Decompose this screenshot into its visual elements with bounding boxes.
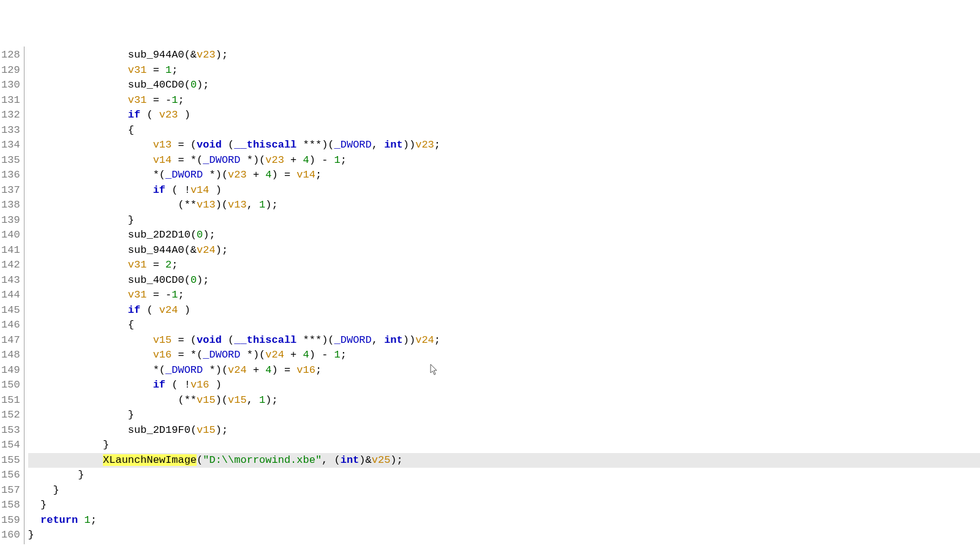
code-line[interactable]: {	[28, 318, 980, 333]
token-func: sub_944A0	[128, 244, 184, 256]
token-punc: *)(	[203, 169, 228, 181]
token-func: sub_40CD0	[128, 79, 184, 91]
line-number: 131	[1, 93, 20, 108]
line-number: 145	[1, 303, 20, 318]
line-number: 160	[1, 528, 20, 543]
token-num: 1	[259, 394, 265, 406]
line-number: 142	[1, 258, 20, 273]
code-line[interactable]: v16 = *(_DWORD *)(v24 + 4) - 1;	[28, 348, 980, 363]
code-line[interactable]: sub_944A0(&v23);	[28, 48, 980, 63]
code-line[interactable]: (**v15)(v15, 1);	[28, 393, 980, 408]
code-line[interactable]: }	[28, 408, 980, 423]
token-type: _DWORD	[203, 154, 240, 166]
code-line[interactable]: }	[28, 438, 980, 453]
token-punc: ,	[247, 394, 259, 406]
code-line[interactable]: }	[28, 213, 980, 228]
token-punc: }	[128, 409, 134, 421]
code-line[interactable]: v15 = (void (__thiscall ***)(_DWORD, int…	[28, 333, 980, 348]
token-op: ) =	[272, 169, 297, 181]
code-line[interactable]: v31 = 1;	[28, 63, 980, 78]
code-line[interactable]: {	[28, 123, 980, 138]
token-var: v31	[128, 64, 147, 76]
token-kw: if	[128, 109, 140, 121]
token-str: "D:\\morrowind.xbe"	[203, 454, 322, 466]
line-number: 147	[1, 333, 20, 348]
token-punc: )(	[216, 394, 228, 406]
token-type: _DWORD	[165, 169, 203, 181]
code-line[interactable]: return 1;	[28, 513, 980, 528]
code-editor[interactable]: 1281291301311321331341351361371381391401…	[0, 47, 980, 544]
token-num: 0	[190, 79, 197, 91]
token-var: v24	[265, 349, 284, 361]
code-line[interactable]: XLaunchNewImage("D:\\morrowind.xbe", (in…	[28, 453, 980, 468]
token-num: 1	[165, 64, 172, 76]
token-punc: }	[53, 484, 59, 496]
token-punc: ( !	[165, 184, 190, 196]
token-punc: )	[209, 379, 221, 391]
code-line[interactable]: *(_DWORD *)(v23 + 4) = v14;	[28, 168, 980, 183]
token-punc: ;	[172, 259, 178, 271]
code-line[interactable]: }	[28, 528, 980, 543]
token-punc: ( !	[165, 379, 190, 391]
code-line[interactable]: v31 = 2;	[28, 258, 980, 273]
line-number: 130	[1, 78, 20, 93]
line-number-gutter: 1281291301311321331341351361371381391401…	[0, 47, 24, 544]
line-number: 132	[1, 108, 20, 123]
line-number: 128	[1, 48, 20, 63]
token-kw: if	[153, 379, 165, 391]
line-number: 137	[1, 183, 20, 198]
code-line[interactable]: }	[28, 483, 980, 498]
token-op: +	[247, 169, 266, 181]
code-line[interactable]: (**v13)(v13, 1);	[28, 198, 980, 213]
token-var: v24	[197, 244, 216, 256]
token-func: sub_2D19F0	[128, 424, 190, 436]
code-line[interactable]: }	[28, 498, 980, 513]
code-line[interactable]: if ( !v14 )	[28, 183, 980, 198]
token-punc: }	[78, 469, 84, 481]
code-line[interactable]: v14 = *(_DWORD *)(v23 + 4) - 1;	[28, 153, 980, 168]
token-var: v14	[296, 169, 315, 181]
token-punc: );	[390, 454, 402, 466]
token-num: 1	[84, 514, 90, 526]
token-punc: {	[128, 124, 134, 136]
token-num: 4	[303, 349, 309, 361]
code-line[interactable]: if ( v23 )	[28, 108, 980, 123]
token-punc: }	[28, 529, 34, 541]
token-punc: ;	[178, 94, 184, 106]
code-line[interactable]: if ( !v16 )	[28, 378, 980, 393]
token-punc: *)(	[241, 349, 266, 361]
token-func: sub_40CD0	[128, 274, 184, 286]
code-area[interactable]: sub_944A0(&v23); v31 = 1; sub_40CD0(0); …	[24, 47, 980, 544]
token-punc: );	[203, 229, 215, 241]
code-line[interactable]: v31 = -1;	[28, 93, 980, 108]
token-num: 4	[265, 364, 271, 376]
code-line[interactable]: sub_944A0(&v24);	[28, 243, 980, 258]
token-punc: );	[265, 199, 277, 211]
code-line[interactable]: sub_40CD0(0);	[28, 273, 980, 288]
token-punc: (&	[184, 49, 197, 61]
code-line[interactable]: *(_DWORD *)(v24 + 4) = v16;	[28, 363, 980, 378]
code-line[interactable]: if ( v24 )	[28, 303, 980, 318]
token-punc: ))	[403, 139, 415, 151]
token-punc: }	[40, 499, 47, 511]
token-var: v25	[372, 454, 391, 466]
token-punc: (&	[184, 244, 197, 256]
token-num: 1	[172, 94, 178, 106]
code-line[interactable]: sub_2D19F0(v15);	[28, 423, 980, 438]
line-number: 156	[1, 468, 20, 483]
code-line[interactable]: sub_2D2D10(0);	[28, 228, 980, 243]
line-number: 138	[1, 198, 20, 213]
code-line[interactable]: v31 = -1;	[28, 288, 980, 303]
token-punc: = (	[172, 334, 197, 346]
token-kw: return	[40, 514, 78, 526]
token-kw: int	[384, 334, 403, 346]
token-op: +	[247, 364, 266, 376]
code-line[interactable]: sub_40CD0(0);	[28, 78, 980, 93]
token-punc: )	[178, 109, 190, 121]
token-num: 1	[334, 349, 341, 361]
token-kw: int	[384, 139, 403, 151]
line-number: 146	[1, 318, 20, 333]
line-number: 139	[1, 213, 20, 228]
code-line[interactable]: }	[28, 468, 980, 483]
code-line[interactable]: v13 = (void (__thiscall ***)(_DWORD, int…	[28, 138, 980, 153]
